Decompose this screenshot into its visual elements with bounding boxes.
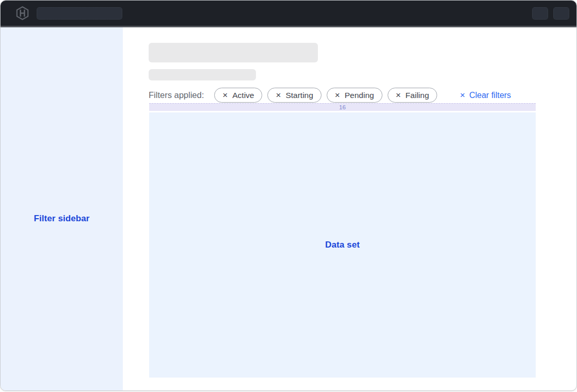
clear-filters-link[interactable]: × Clear filters bbox=[460, 91, 511, 100]
result-count-strip: 16 bbox=[149, 103, 536, 111]
result-count: 16 bbox=[339, 104, 346, 110]
hashicorp-logo-icon bbox=[15, 6, 29, 20]
filter-sidebar: Filter sidebar bbox=[1, 27, 123, 390]
filter-chip-failing[interactable]: × Failing bbox=[388, 88, 438, 103]
data-set-region: Data set bbox=[149, 112, 536, 378]
page-title-placeholder bbox=[149, 43, 318, 62]
filter-chip-label: Failing bbox=[406, 91, 429, 100]
search-input-placeholder[interactable] bbox=[37, 7, 122, 20]
app-window: Filter sidebar Filters applied: × Active… bbox=[0, 0, 577, 391]
page-subtitle-placeholder bbox=[149, 69, 256, 80]
close-icon[interactable]: × bbox=[335, 91, 340, 100]
filter-chip-starting[interactable]: × Starting bbox=[267, 88, 321, 103]
close-icon: × bbox=[460, 91, 465, 100]
topbar-action-placeholder-2[interactable] bbox=[553, 7, 569, 20]
filter-chip-pending[interactable]: × Pending bbox=[327, 88, 382, 103]
close-icon[interactable]: × bbox=[222, 91, 228, 100]
close-icon[interactable]: × bbox=[396, 91, 401, 100]
clear-filters-label: Clear filters bbox=[469, 91, 511, 100]
topbar-action-placeholder-1[interactable] bbox=[532, 7, 548, 20]
filter-chip-label: Starting bbox=[285, 91, 313, 100]
filter-sidebar-label: Filter sidebar bbox=[1, 214, 123, 224]
filter-chip-active[interactable]: × Active bbox=[214, 88, 262, 103]
screenshot-stage: Filter sidebar Filters applied: × Active… bbox=[0, 0, 577, 392]
filters-applied-label: Filters applied: bbox=[149, 90, 204, 100]
filters-applied-row: Filters applied: × Active × Starting × P… bbox=[149, 87, 511, 103]
topbar bbox=[1, 1, 576, 27]
filter-chip-label: Pending bbox=[345, 91, 374, 100]
filter-chip-label: Active bbox=[232, 91, 254, 100]
data-set-label: Data set bbox=[325, 240, 360, 250]
close-icon[interactable]: × bbox=[276, 91, 281, 100]
